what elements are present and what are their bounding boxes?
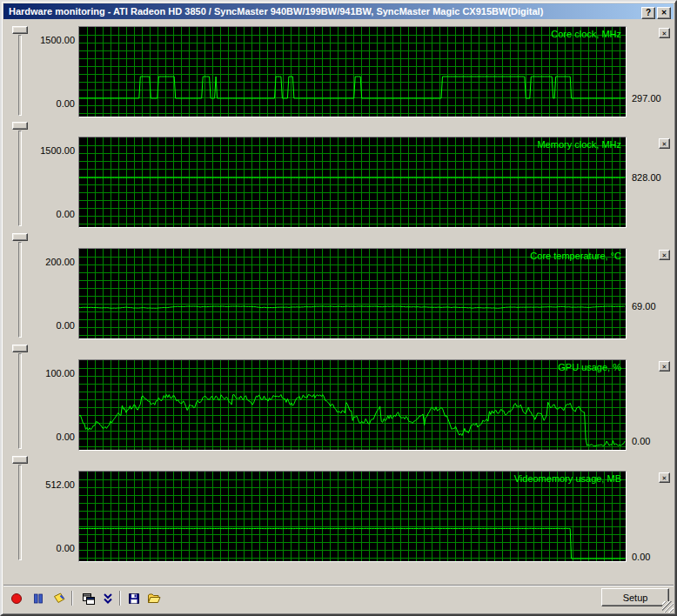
- scale-slider-core-clock[interactable]: [10, 26, 30, 117]
- open-folder-icon: [147, 592, 161, 606]
- current-value: 0.00: [632, 436, 677, 446]
- chart-core-clock: [79, 27, 626, 117]
- current-value: 297.00: [632, 93, 677, 104]
- graph-core-clock: Core clock, MHz: [78, 26, 627, 117]
- scale-slider-memory-clock[interactable]: [10, 137, 30, 228]
- axis-max-label: 1500.00: [28, 35, 75, 45]
- graph-title: Memory clock, MHz: [537, 139, 621, 150]
- monitor-panel-videomemory-usage: 512.000.00Videomemory usage, MB0.00✕: [3, 471, 677, 562]
- axis-max-label: 100.00: [28, 368, 75, 378]
- monitor-panel-core-clock: 1500.000.00Core clock, MHz297.00✕: [3, 26, 677, 117]
- pause-icon: [31, 592, 45, 606]
- collapse-button[interactable]: [98, 589, 117, 608]
- slider-track[interactable]: [18, 465, 22, 560]
- panel-close-button[interactable]: ✕: [659, 361, 670, 372]
- bookmark-button[interactable]: [50, 589, 69, 608]
- setup-button[interactable]: Setup: [601, 588, 669, 606]
- chart-memory-clock: [79, 137, 626, 227]
- axis-min-label: 0.00: [28, 98, 75, 109]
- graph-gpu-usage: GPU usage, %: [78, 359, 627, 451]
- monitor-panel-gpu-usage: 100.000.00GPU usage, %0.00✕: [3, 359, 677, 451]
- open-button[interactable]: [144, 589, 164, 608]
- axis-min-label: 0.00: [28, 320, 75, 331]
- slider-track[interactable]: [18, 242, 22, 338]
- record-icon: [10, 592, 23, 606]
- axis-max-label: 512.00: [28, 479, 75, 490]
- bookmark-icon: [52, 592, 66, 606]
- record-button[interactable]: [7, 589, 26, 608]
- panel-close-button[interactable]: ✕: [659, 472, 670, 483]
- chart-gpu-usage: [79, 360, 626, 450]
- cascade-windows-icon: [81, 592, 95, 606]
- slider-thumb[interactable]: [12, 456, 28, 464]
- chart-videomemory-usage: [79, 472, 626, 561]
- graph-title: GPU usage, %: [558, 362, 621, 372]
- panel-close-button[interactable]: ✕: [659, 138, 670, 149]
- slider-thumb[interactable]: [12, 122, 28, 130]
- monitor-panel-memory-clock: 1500.000.00Memory clock, MHz828.00✕: [3, 137, 677, 228]
- pause-button[interactable]: [29, 589, 48, 608]
- graph-title: Core clock, MHz: [551, 29, 621, 39]
- chart-core-temperature: [79, 249, 626, 338]
- panels-container: 1500.000.00Core clock, MHz297.00✕1500.00…: [2, 2, 675, 614]
- graph-core-temperature: Core temperature, °C: [78, 248, 627, 339]
- scale-slider-core-temperature[interactable]: [10, 248, 30, 339]
- slider-thumb[interactable]: [12, 345, 28, 352]
- monitor-panel-core-temperature: 200.000.00Core temperature, °C69.00✕: [3, 248, 677, 339]
- axis-max-label: 1500.00: [28, 145, 75, 156]
- scale-slider-videomemory-usage[interactable]: [10, 471, 30, 562]
- scale-slider-gpu-usage[interactable]: [10, 359, 30, 451]
- current-value: 828.00: [632, 172, 677, 183]
- panel-close-button[interactable]: ✕: [659, 28, 670, 38]
- double-chevron-down-icon: [101, 592, 115, 606]
- slider-thumb[interactable]: [12, 26, 28, 34]
- toolbar: Setup: [3, 585, 674, 609]
- slider-track[interactable]: [18, 131, 22, 226]
- axis-max-label: 200.00: [28, 257, 75, 267]
- axis-min-label: 0.00: [28, 432, 75, 442]
- slider-track[interactable]: [18, 353, 22, 449]
- save-icon: [127, 592, 141, 606]
- slider-track[interactable]: [18, 35, 22, 116]
- current-value: 0.00: [632, 552, 677, 562]
- cascade-button[interactable]: [78, 589, 97, 608]
- slider-thumb[interactable]: [12, 233, 28, 241]
- graph-title: Videomemory usage, MB: [514, 473, 621, 484]
- axis-min-label: 0.00: [28, 209, 75, 219]
- axis-min-label: 0.00: [28, 543, 75, 553]
- resize-grip[interactable]: [662, 601, 674, 613]
- save-button[interactable]: [124, 589, 144, 608]
- toolbar-separator: [119, 591, 121, 606]
- panel-close-button[interactable]: ✕: [659, 250, 670, 260]
- graph-memory-clock: Memory clock, MHz: [78, 137, 627, 228]
- graph-title: Core temperature, °C: [530, 251, 621, 261]
- hardware-monitoring-window: Hardware monitoring - ATI Radeon HD 3850…: [0, 0, 677, 616]
- current-value: 69.00: [632, 301, 677, 311]
- graph-videomemory-usage: Videomemory usage, MB: [78, 471, 627, 562]
- toolbar-separator: [71, 591, 73, 606]
